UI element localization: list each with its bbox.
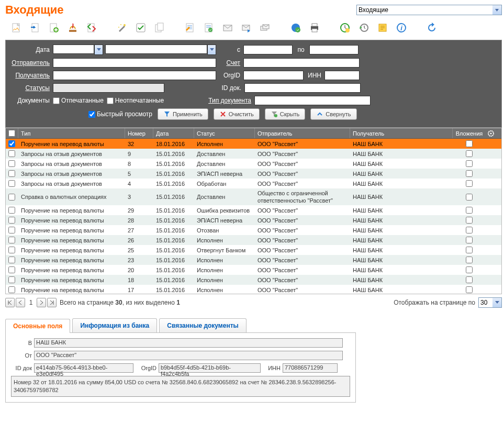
cell-attach[interactable] [453,170,486,177]
col-num[interactable]: Номер [125,128,153,138]
table-row[interactable]: Запросы на отзыв документов815.01.2016До… [6,159,501,169]
date-type-dd-icon[interactable] [94,44,103,55]
print-icon[interactable] [309,22,320,34]
sender-label[interactable]: Отправитель [10,59,50,66]
mail-icon[interactable] [222,22,233,34]
cell-attach[interactable] [453,236,486,244]
table-row[interactable]: Поручение на перевод валюты1815.01.2016И… [6,275,501,285]
cell-attach[interactable] [453,246,486,254]
col-attach[interactable]: Вложения [453,128,486,138]
cell-attach[interactable] [453,206,486,214]
new-doc-icon[interactable] [10,22,22,34]
table-row[interactable]: Запросы на отзыв документов915.01.2016До… [6,149,501,159]
date-period-dd-icon[interactable] [207,44,216,55]
notes-icon[interactable] [184,22,196,34]
mail-fwd-icon[interactable] [241,22,252,34]
sender-input[interactable] [53,58,216,68]
table-row[interactable]: Поручение на перевод валюты1715.01.2016И… [6,285,501,294]
cell-attach[interactable] [453,266,486,274]
row-check[interactable] [6,246,18,254]
table-row[interactable]: Поручение на перевод валюты2015.01.2016И… [6,265,501,275]
cell-attach[interactable] [453,216,486,224]
row-check[interactable] [6,180,18,187]
table-row[interactable]: Поручение на перевод валюты3218.01.2016И… [6,139,501,149]
doctype-label[interactable]: Тип документа [203,97,251,104]
row-check[interactable] [6,193,18,201]
account-label[interactable]: Счет [219,59,240,66]
row-check[interactable] [6,216,18,224]
verify-icon[interactable] [135,22,147,34]
cell-attach[interactable] [453,276,486,284]
row-check[interactable] [6,236,18,244]
cell-attach[interactable] [453,286,486,294]
quick-view-checkbox[interactable]: Быстрый просмотр [88,110,152,118]
status-label[interactable]: Статусы [10,84,50,92]
orgid-input[interactable] [243,71,304,80]
sign-doc-icon[interactable] [203,22,215,34]
col-date[interactable]: Дата [153,128,194,138]
printed-checkbox[interactable]: Отпечатанные [53,97,104,104]
doctype-input[interactable] [254,96,371,105]
date-period-input[interactable] [105,44,207,54]
table-row[interactable]: Поручение на перевод валюты2715.01.2016О… [6,225,501,235]
chevron-down-icon[interactable] [492,298,501,307]
table-row[interactable]: Поручение на перевод валюты2315.01.2016И… [6,255,501,265]
col-from[interactable]: Отправитель [255,128,350,138]
collapse-button[interactable]: Свернуть [310,108,356,120]
receiver-label[interactable]: Получатель [10,72,50,79]
cell-attach[interactable] [453,193,486,201]
col-type[interactable]: Тип [18,128,125,138]
row-check[interactable] [6,140,18,148]
receiver-input[interactable] [53,71,216,80]
row-check[interactable] [6,276,18,284]
table-body[interactable]: Поручение на перевод валюты3218.01.2016И… [6,139,501,294]
status-input[interactable] [53,83,164,93]
note-icon[interactable] [377,22,388,34]
row-check[interactable] [6,256,18,264]
inn-input[interactable] [324,71,360,80]
date-from-input[interactable] [243,45,293,54]
table-row[interactable]: Поручение на перевод валюты2915.01.2016О… [6,205,501,215]
folder-select-value[interactable] [357,5,492,15]
cell-attach[interactable] [453,256,486,264]
apply-button[interactable]: Применить [158,108,208,120]
table-row[interactable]: Поручение на перевод валюты2815.01.2016Э… [6,215,501,225]
page-first-button[interactable] [5,298,15,307]
sign-refresh-icon[interactable] [86,22,97,34]
tab-main[interactable]: Основные поля [5,319,70,333]
refresh-icon[interactable] [426,22,438,34]
hide-button[interactable]: Скрыть [265,108,306,120]
table-row[interactable]: Запросы на отзыв документов415.01.2016Об… [6,179,501,188]
clear-button[interactable]: Очистить [214,108,260,120]
cell-attach[interactable] [453,150,486,158]
col-to[interactable]: Получатель [350,128,453,138]
mail-all-icon[interactable] [260,22,271,34]
row-check[interactable] [6,150,18,158]
doc-plus-icon[interactable] [48,22,60,34]
table-row[interactable]: Поручение на перевод валюты2615.01.2016И… [6,235,501,245]
page-last-button[interactable] [47,298,57,307]
wizard-icon[interactable] [116,22,128,34]
docs-icon[interactable] [154,22,165,34]
per-page-select[interactable] [478,297,502,308]
col-status[interactable]: Статус [194,128,255,138]
sync-icon[interactable] [290,22,301,34]
row-check[interactable] [6,170,18,177]
cell-attach[interactable] [453,180,486,187]
date-type-input[interactable] [53,44,94,54]
row-check[interactable] [6,266,18,274]
tab-linked[interactable]: Связанные документы [159,318,247,332]
import-icon[interactable] [29,22,41,34]
table-row[interactable]: Справка о валютных операциях315.01.2016Д… [6,188,501,205]
row-check[interactable] [6,160,18,168]
tab-bank[interactable]: Информация из банка [72,318,157,332]
date-to-input[interactable] [309,45,359,54]
row-check[interactable] [6,226,18,234]
col-checkbox[interactable] [6,128,18,138]
iddoc-input[interactable] [244,83,361,93]
cell-attach[interactable] [453,226,486,234]
row-check[interactable] [6,286,18,294]
page-next-button[interactable] [37,298,46,307]
info-icon[interactable]: i [396,22,407,34]
clock-back-icon[interactable] [358,22,369,34]
